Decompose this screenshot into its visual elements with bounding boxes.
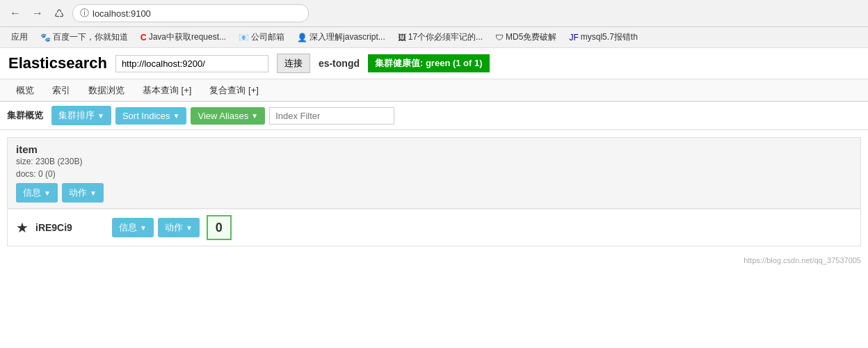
refresh-button[interactable]: ♺ xyxy=(51,6,67,22)
tab-browse[interactable]: 数据浏览 xyxy=(79,79,134,102)
cluster-sort-button[interactable]: 集群排序 ▼ xyxy=(51,106,111,125)
index-filter-input[interactable] xyxy=(269,107,394,125)
shard-info-label: 信息 xyxy=(119,221,137,234)
bookmarks-bar: 应用 🐾 百度一下，你就知道 C Java中获取request... 📧 公司邮… xyxy=(0,27,868,48)
index-action-label: 动作 xyxy=(69,187,87,199)
star-icon[interactable]: ★ xyxy=(16,219,29,236)
bookmark-17[interactable]: 🖼 17个你必须牢记的... xyxy=(394,30,487,45)
view-aliases-caret-icon: ▼ xyxy=(251,112,258,120)
mysql-icon: JF xyxy=(569,33,578,42)
connect-button[interactable]: 连接 xyxy=(277,54,310,73)
md5-icon: 🛡 xyxy=(495,33,504,42)
index-info-button[interactable]: 信息 ▼ xyxy=(16,183,58,203)
toolbar: 集群概览 集群排序 ▼ Sort Indices ▼ View Aliases … xyxy=(0,102,868,130)
shard-info-caret-icon: ▼ xyxy=(140,224,147,232)
baidu-icon: 🐾 xyxy=(40,33,51,42)
lock-icon: ⓘ xyxy=(80,7,89,19)
section-label: 集群概览 xyxy=(7,109,43,122)
index-actions: 信息 ▼ 动作 ▼ xyxy=(16,183,104,203)
shard-info-button[interactable]: 信息 ▼ xyxy=(112,218,154,237)
address-text: localhost:9100 xyxy=(93,8,151,19)
bookmark-mysql[interactable]: JF mysql5.7报错th xyxy=(565,30,641,45)
main-content: item size: 230B (230B) docs: 0 (0) 信息 ▼ … xyxy=(0,137,868,246)
index-name: item xyxy=(16,143,104,155)
java-icon: C xyxy=(140,33,147,42)
tab-index[interactable]: 索引 xyxy=(43,79,79,102)
tab-complex[interactable]: 复合查询 [+] xyxy=(200,79,267,102)
index-docs: docs: 0 (0) xyxy=(16,168,104,180)
bookmark-md5[interactable]: 🛡 MD5免费破解 xyxy=(491,30,561,45)
back-button[interactable]: ← xyxy=(7,6,24,21)
cluster-name: es-tongd xyxy=(319,58,360,69)
index-card: item size: 230B (230B) docs: 0 (0) 信息 ▼ … xyxy=(7,137,861,246)
url-input[interactable] xyxy=(115,55,268,72)
tab-basic[interactable]: 基本查询 [+] xyxy=(134,79,200,102)
view-aliases-label: View Aliases xyxy=(198,111,248,121)
sort-indices-label: Sort Indices xyxy=(122,111,170,121)
bookmark-mail[interactable]: 📧 公司邮箱 xyxy=(234,30,289,45)
17-icon: 🖼 xyxy=(398,33,406,42)
shard-buttons: 信息 ▼ 动作 ▼ xyxy=(112,218,200,237)
shard-row: ★ iRE9Ci9 信息 ▼ 动作 ▼ 0 xyxy=(8,209,860,246)
address-bar[interactable]: ⓘ localhost:9100 xyxy=(72,4,309,22)
shard-number-box: 0 xyxy=(207,215,232,240)
app-header: Elasticsearch 连接 es-tongd 集群健康值: green (… xyxy=(0,48,868,79)
tab-overview[interactable]: 概览 xyxy=(7,79,43,102)
index-size: size: 230B (230B) xyxy=(16,155,104,168)
sort-indices-caret-icon: ▼ xyxy=(173,112,180,120)
mail-icon: 📧 xyxy=(239,33,249,42)
sort-indices-button[interactable]: Sort Indices ▼ xyxy=(115,107,187,125)
shard-action-caret-icon: ▼ xyxy=(186,224,193,232)
shard-action-button[interactable]: 动作 ▼ xyxy=(158,218,200,237)
watermark: https://blog.csdn.net/qq_37537005 xyxy=(0,253,868,267)
shard-id: iRE9Ci9 xyxy=(35,222,105,233)
index-info-label: 信息 xyxy=(23,187,41,199)
index-action-button[interactable]: 动作 ▼ xyxy=(62,183,104,203)
cluster-sort-label: 集群排序 xyxy=(58,109,95,122)
js-icon: 👤 xyxy=(297,33,307,42)
nav-tabs: 概览 索引 数据浏览 基本查询 [+] 复合查询 [+] xyxy=(0,79,868,102)
index-info: item size: 230B (230B) docs: 0 (0) 信息 ▼ … xyxy=(16,143,104,203)
bookmark-java[interactable]: C Java中获取request... xyxy=(136,30,230,45)
view-aliases-button[interactable]: View Aliases ▼ xyxy=(191,107,265,125)
cluster-sort-caret-icon: ▼ xyxy=(97,112,104,120)
browser-chrome: ← → ♺ ⓘ localhost:9100 xyxy=(0,0,868,27)
index-header: item size: 230B (230B) docs: 0 (0) 信息 ▼ … xyxy=(8,138,860,209)
index-info-caret-icon: ▼ xyxy=(44,189,51,197)
bookmark-js[interactable]: 👤 深入理解javascript... xyxy=(293,30,389,45)
app-title: Elasticsearch xyxy=(8,54,107,72)
health-badge: 集群健康值: green (1 of 1) xyxy=(368,54,490,72)
bookmarks-label: 应用 xyxy=(7,30,32,45)
bookmark-baidu[interactable]: 🐾 百度一下，你就知道 xyxy=(36,30,132,45)
shard-action-label: 动作 xyxy=(165,221,183,234)
forward-button[interactable]: → xyxy=(29,6,46,21)
index-action-caret-icon: ▼ xyxy=(90,189,97,197)
